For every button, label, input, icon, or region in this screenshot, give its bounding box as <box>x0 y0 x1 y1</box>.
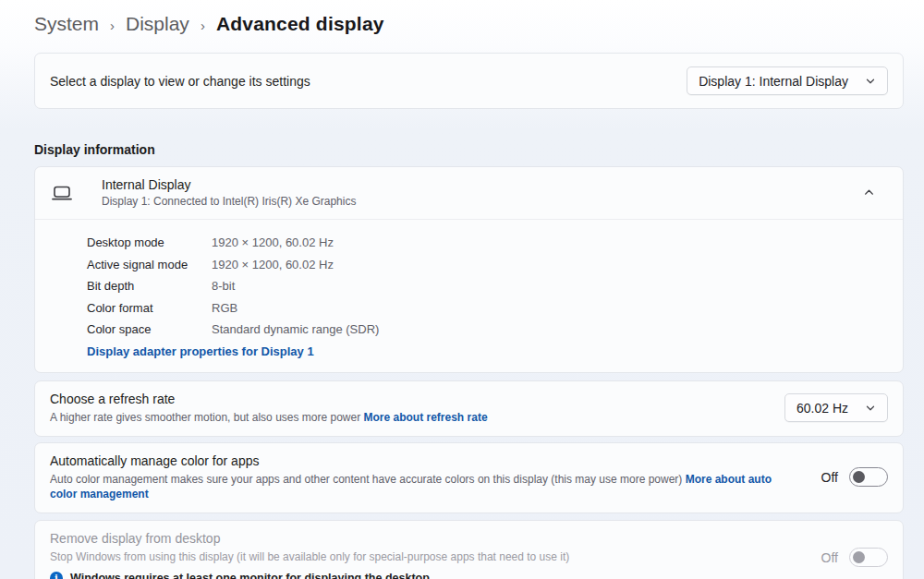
info-label: Bit depth <box>87 275 212 297</box>
toggle-knob <box>853 551 865 563</box>
laptop-display-icon <box>50 182 74 204</box>
refresh-rate-description: A higher rate gives smoother motion, but… <box>50 410 759 425</box>
remove-display-title: Remove display from desktop <box>50 531 796 546</box>
auto-color-description: Auto color management makes sure your ap… <box>50 472 796 501</box>
info-icon: i <box>50 572 63 579</box>
chevron-down-icon <box>865 76 876 87</box>
info-value: RGB <box>212 297 237 320</box>
display-connection-subtitle: Display 1: Connected to Intel(R) Iris(R)… <box>102 195 850 208</box>
chevron-right-icon: › <box>201 18 205 33</box>
auto-color-toggle-group: Off <box>821 467 888 487</box>
refresh-rate-text: Choose a refresh rate A higher rate give… <box>50 392 784 425</box>
info-row-bit-depth: Bit depth 8-bit <box>87 275 888 297</box>
info-row-desktop-mode: Desktop mode 1920 × 1200, 60.02 Hz <box>87 232 888 254</box>
toggle-knob <box>853 471 865 483</box>
remove-display-info-note: i Windows requires at least one monitor … <box>50 572 796 579</box>
breadcrumb: System › Display › Advanced display <box>34 0 904 39</box>
info-label: Color format <box>87 297 212 320</box>
display-information-details: Desktop mode 1920 × 1200, 60.02 Hz Activ… <box>35 220 903 372</box>
remove-display-text: Remove display from desktop Stop Windows… <box>50 531 821 579</box>
more-about-refresh-rate-link[interactable]: More about refresh rate <box>364 411 488 424</box>
auto-color-toggle-switch[interactable] <box>849 467 888 487</box>
auto-color-toggle-state: Off <box>821 470 838 485</box>
display-select-value: Display 1: Internal Display <box>699 74 848 89</box>
info-value: 1920 × 1200, 60.02 Hz <box>212 254 334 276</box>
info-row-color-format: Color format RGB <box>87 297 888 320</box>
remove-display-toggle-state: Off <box>821 550 838 565</box>
info-label: Desktop mode <box>87 232 212 254</box>
remove-display-card: Remove display from desktop Stop Windows… <box>34 520 904 579</box>
display-information-header[interactable]: Internal Display Display 1: Connected to… <box>35 167 903 219</box>
refresh-rate-description-text: A higher rate gives smoother motion, but… <box>50 411 364 424</box>
display-adapter-properties-link[interactable]: Display adapter properties for Display 1 <box>87 344 314 358</box>
page-title: Advanced display <box>216 13 384 35</box>
auto-color-title: Automatically manage color for apps <box>50 453 796 468</box>
info-label: Active signal mode <box>87 254 212 276</box>
select-display-label: Select a display to view or change its s… <box>50 74 310 89</box>
chevron-right-icon: › <box>110 18 115 33</box>
info-value: Standard dynamic range (SDR) <box>212 319 379 341</box>
advanced-display-page: System › Display › Advanced display Sele… <box>0 0 924 579</box>
breadcrumb-display[interactable]: Display <box>126 13 189 35</box>
chevron-down-icon <box>865 403 876 414</box>
remove-display-description: Stop Windows from using this display (it… <box>50 549 796 564</box>
auto-color-card: Automatically manage color for apps Auto… <box>34 442 904 513</box>
breadcrumb-system[interactable]: System <box>34 13 99 35</box>
section-title-display-information: Display information <box>34 142 904 157</box>
display-information-titles: Internal Display Display 1: Connected to… <box>102 177 850 208</box>
remove-display-toggle-group: Off <box>821 548 888 567</box>
info-value: 8-bit <box>212 275 235 297</box>
refresh-rate-card: Choose a refresh rate A higher rate give… <box>34 380 904 437</box>
remove-display-info-text: Windows requires at least one monitor fo… <box>70 572 432 579</box>
select-display-card: Select a display to view or change its s… <box>34 53 904 109</box>
info-row-active-signal-mode: Active signal mode 1920 × 1200, 60.02 Hz <box>87 254 888 276</box>
display-information-card: Internal Display Display 1: Connected to… <box>34 166 904 373</box>
display-name: Internal Display <box>102 177 850 192</box>
display-select-dropdown[interactable]: Display 1: Internal Display <box>687 66 888 95</box>
info-value: 1920 × 1200, 60.02 Hz <box>212 232 334 254</box>
info-row-color-space: Color space Standard dynamic range (SDR) <box>87 319 888 341</box>
auto-color-description-text: Auto color management makes sure your ap… <box>50 473 686 486</box>
chevron-up-icon[interactable] <box>850 183 888 202</box>
refresh-rate-title: Choose a refresh rate <box>50 392 759 406</box>
refresh-rate-value: 60.02 Hz <box>796 401 848 416</box>
info-label: Color space <box>87 319 212 341</box>
auto-color-text: Automatically manage color for apps Auto… <box>50 453 821 501</box>
refresh-rate-dropdown[interactable]: 60.02 Hz <box>784 393 888 422</box>
remove-display-toggle-switch <box>849 548 888 567</box>
